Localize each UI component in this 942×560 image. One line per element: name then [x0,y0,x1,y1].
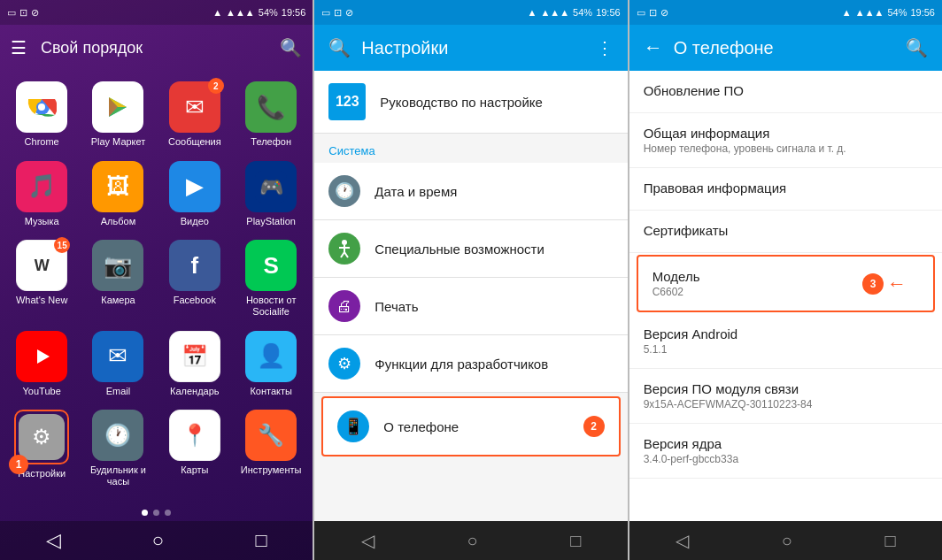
notif-icon-2: ⊘ [345,7,353,19]
home-toolbar: ☰ Свой порядок 🔍 [0,25,313,71]
messages-icon-wrap: ✉ 2 [169,81,220,133]
settings-icon-wrap: ⚙ [19,414,65,460]
playstation-label: PlayStation [246,216,296,227]
email-icon-wrap: ✉ [92,331,143,382]
app-email[interactable]: ✉ Email [83,331,152,403]
legal-title: Правовая информация [644,180,928,196]
system-section-header: Система [314,134,627,163]
about-baseband[interactable]: Версия ПО модуля связи 9x15A-ACEFWMAZQ-3… [629,369,942,424]
settings-search-icon[interactable]: 🔍 [328,37,351,58]
about-search-icon[interactable]: 🔍 [906,37,928,58]
recent-icon[interactable]: □ [255,529,266,552]
app-calendar[interactable]: 📅 Календарь [160,331,229,403]
wifi-icon-2: ▲ [528,7,537,18]
status-icons-left-2: ▭ ⊡ ⊘ [321,7,353,19]
guide-icon-text: 123 [336,94,359,110]
about-legal[interactable]: Правовая информация [629,168,942,211]
app-music[interactable]: 🎵 Музыка [7,161,76,234]
arrow-annotation: ← [887,272,907,295]
android-title: Версия Android [644,326,928,341]
app-clock[interactable]: 🕐 Будильник и часы [83,410,152,494]
back-icon-2[interactable]: ◁ [361,530,374,551]
back-icon[interactable]: ◁ [46,529,61,552]
wifi-icon: ▲ [212,7,222,18]
svg-line-17 [344,252,348,257]
socialife-icon-wrap: S [245,240,297,291]
screen-icon-2: ▭ [321,7,330,19]
kernel-title: Версия ядра [644,436,928,451]
status-icons-right: ▲ ▲▲▲ 54% 19:56 [212,7,305,18]
app-whatsnew[interactable]: W 15 What's New [7,240,76,324]
settings-accessibility[interactable]: Специальные возможности [314,220,627,278]
svg-point-3 [38,104,45,111]
app-video[interactable]: ▶ Видео [160,161,229,234]
badge-3: 3 [862,273,884,295]
app-album[interactable]: 🖼 Альбом [83,161,152,234]
maps-label: Карты [181,464,208,476]
settings-datetime[interactable]: 🕐 Дата и время [314,163,627,220]
cast-icon: ⊡ [19,7,27,19]
settings-toolbar: 🔍 Настройки ⋮ [314,25,627,71]
search-icon[interactable]: 🔍 [280,37,302,58]
app-contacts[interactable]: 👤 Контакты [236,331,305,403]
home-icon-2[interactable]: ○ [467,531,477,551]
svg-text:🎮: 🎮 [259,175,284,199]
chrome-icon-wrap [16,81,67,133]
datetime-icon: 🕐 [328,175,360,207]
signal-icon-2: ▲▲▲ [540,7,569,18]
app-tools[interactable]: 🔧 Инструменты [236,410,305,494]
dot-1 [142,510,148,516]
guide-label: Руководство по настройке [380,95,543,110]
back-arrow-icon[interactable]: ← [644,36,663,59]
socialife-label: Новости от Socialife [236,295,305,318]
app-chrome[interactable]: Chrome [7,81,76,154]
signal-icon-3: ▲▲▲ [855,7,884,18]
about-android[interactable]: Версия Android 5.1.1 [629,314,942,369]
app-facebook[interactable]: f Facebook [160,240,229,324]
about-phone-label: О телефоне [383,419,459,434]
app-playstation[interactable]: 🎮 PlayStation [236,161,305,234]
about-certificates[interactable]: Сертификаты [629,211,942,253]
playstation-icon-wrap: 🎮 [245,161,297,212]
app-camera[interactable]: 📷 Камера [83,240,152,324]
cast-icon-3: ⊡ [649,7,657,19]
whatsnew-badge: 15 [54,237,70,253]
phone-label: Телефон [251,136,291,148]
nav-bar-2: ◁ ○ □ [314,521,627,560]
print-icon: 🖨 [328,290,360,322]
settings-print[interactable]: 🖨 Печать [314,278,627,335]
svg-point-13 [342,240,347,245]
general-subtitle: Номер телефона, уровень сигнала и т. д. [644,142,928,155]
maps-icon-wrap: 📍 [169,410,220,461]
app-phone[interactable]: 📞 Телефон [236,81,305,154]
badge-2: 2 [583,416,605,437]
recent-icon-2[interactable]: □ [570,531,581,551]
about-kernel[interactable]: Версия ядра 3.4.0-perf-gbccb33a [629,424,942,479]
about-general[interactable]: Общая информация Номер телефона, уровень… [629,113,942,168]
home-title: Свой порядок [41,39,273,58]
menu-icon[interactable]: ☰ [11,37,27,58]
recent-icon-3[interactable]: □ [885,531,896,551]
status-icons-left: ▭ ⊡ ⊘ [7,7,39,19]
app-playmarket[interactable]: Play Маркет [83,81,152,154]
home-icon[interactable]: ○ [152,529,164,552]
app-socialife[interactable]: S Новости от Socialife [236,240,305,324]
app-maps[interactable]: 📍 Карты [160,410,229,494]
settings-developer[interactable]: ⚙ Функции для разработчиков [314,335,627,393]
youtube-icon-wrap [16,331,67,382]
settings-menu-icon[interactable]: ⋮ [596,37,614,58]
about-update[interactable]: Обновление ПО [629,71,942,113]
home-icon-3[interactable]: ○ [782,531,792,551]
signal-icon: ▲▲▲ [226,7,255,18]
app-messages[interactable]: ✉ 2 Сообщения [160,81,229,154]
settings-guide-item[interactable]: 123 Руководство по настройке [314,71,627,134]
app-settings[interactable]: ⚙ Настройки 1 [7,410,76,494]
about-title: О телефоне [674,38,895,58]
battery: 54% [259,7,278,18]
app-youtube[interactable]: YouTube [7,331,76,403]
music-icon-wrap: 🎵 [16,161,67,212]
camera-label: Камера [101,295,135,306]
dot-3 [165,510,171,516]
settings-about-phone[interactable]: 📱 О телефоне 2 [321,396,620,456]
back-icon-3[interactable]: ◁ [676,530,689,551]
